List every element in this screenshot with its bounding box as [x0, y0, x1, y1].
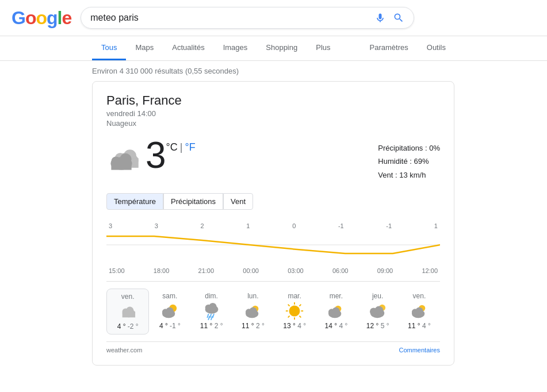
- google-logo[interactable]: Google: [12, 7, 71, 29]
- tab-outils[interactable]: Outils: [418, 36, 455, 60]
- forecast-day-7[interactable]: ven. 11 ° 4 °: [399, 289, 440, 335]
- forecast-hi-6: 12 °: [366, 322, 378, 330]
- temp-label-4: 0: [292, 222, 296, 229]
- temp-label-1: 3: [155, 222, 158, 229]
- temp-label-2: 2: [201, 222, 204, 229]
- humidity-text: Humidité : 69%: [378, 155, 440, 168]
- chart-tab-wind[interactable]: Vent: [223, 193, 253, 210]
- forecast-temps-5: 14 ° 4 °: [325, 322, 348, 330]
- forecast-day-name-4: mar.: [288, 292, 301, 300]
- tab-plus[interactable]: Plus: [307, 36, 339, 60]
- time-labels: 15:00 18:00 21:00 00:00 03:00 06:00 09:0…: [106, 267, 440, 274]
- forecast-icon-1: [159, 302, 180, 320]
- svg-line-37: [288, 316, 290, 318]
- temp-label-0: 3: [109, 222, 112, 229]
- forecast-hi-7: 11 °: [408, 322, 420, 330]
- forecast-day-name-6: jeu.: [372, 292, 383, 300]
- fahrenheit-unit[interactable]: °F: [185, 141, 195, 153]
- forecast-day-0[interactable]: ven. 4 ° -2 °: [106, 289, 149, 335]
- weather-cloud-icon: [106, 141, 141, 170]
- forecast-day-5[interactable]: mer. 14 ° 4 °: [315, 289, 357, 335]
- chart-tabs: Température Précipitations Vent: [106, 193, 440, 210]
- search-bar[interactable]: [81, 7, 414, 29]
- time-label-6: 09:00: [377, 267, 393, 274]
- time-label-0: 15:00: [109, 267, 125, 274]
- chart-tab-temperature[interactable]: Température: [106, 193, 163, 210]
- search-icons: [374, 12, 404, 24]
- tab-actualites[interactable]: Actualités: [163, 36, 213, 60]
- temperature-value: 3: [146, 137, 166, 174]
- svg-line-20: [207, 314, 208, 318]
- temperature-chart: [106, 230, 440, 265]
- forecast-temps-3: 11 ° 2 °: [242, 322, 265, 330]
- svg-point-29: [289, 306, 300, 317]
- weather-time: vendredi 14:00: [106, 109, 440, 118]
- microphone-icon[interactable]: [374, 12, 386, 24]
- forecast-day-name-5: mer.: [330, 292, 343, 300]
- time-label-2: 21:00: [198, 267, 215, 274]
- svg-point-19: [209, 303, 216, 310]
- forecast-day-name-2: dim.: [205, 292, 218, 300]
- tab-shopping[interactable]: Shopping: [257, 36, 307, 60]
- svg-rect-7: [111, 162, 131, 170]
- forecast-icon-2: [201, 302, 222, 320]
- forecast-day-1[interactable]: sam. 4 ° -1 °: [149, 289, 190, 335]
- forecast-day-4[interactable]: mar. 13 ° 4 °: [274, 289, 315, 335]
- forecast-day-name-3: lun.: [247, 292, 258, 300]
- forecast-day-3[interactable]: lun. 11 ° 2 °: [232, 289, 274, 335]
- forecast-lo-5: 4 °: [339, 322, 347, 330]
- forecast-row: ven. 4 ° -2 ° sam. 4 ° -1 ° dim.: [106, 281, 440, 335]
- forecast-icon-4: [284, 302, 305, 320]
- forecast-hi-2: 11 °: [200, 322, 212, 330]
- forecast-hi-3: 11 °: [242, 322, 254, 330]
- forecast-day-2[interactable]: dim. 11 ° 2 °: [191, 289, 232, 335]
- chart-tab-precipitation[interactable]: Précipitations: [163, 193, 223, 210]
- forecast-hi-1: 4 °: [159, 322, 168, 330]
- svg-line-22: [213, 314, 214, 318]
- temperature-units: °C | °F: [166, 141, 196, 153]
- svg-line-34: [288, 305, 290, 306]
- forecast-temps-7: 11 ° 4 °: [408, 322, 431, 330]
- forecast-temps-6: 12 ° 5 °: [366, 322, 389, 330]
- weather-condition: Nuageux: [106, 119, 440, 128]
- weather-location: Paris, France: [106, 93, 440, 108]
- temp-labels: 3 3 2 1 0 -1 -1 1: [106, 222, 440, 229]
- search-icon[interactable]: [393, 12, 404, 24]
- weather-left: 3 °C | °F: [106, 137, 196, 174]
- weather-right: Précipitations : 0% Humidité : 69% Vent …: [378, 141, 440, 182]
- forecast-temps-2: 11 ° 2 °: [200, 322, 223, 330]
- wind-text: Vent : 13 km/h: [378, 168, 440, 182]
- tab-parametres[interactable]: Paramètres: [361, 36, 418, 60]
- tab-images[interactable]: Images: [214, 36, 257, 60]
- unit-separator: |: [180, 141, 183, 153]
- svg-line-23: [208, 317, 209, 320]
- forecast-hi-0: 4 °: [117, 322, 126, 330]
- forecast-lo-7: 4 °: [422, 322, 431, 330]
- chart-area: 3 3 2 1 0 -1 -1 1 15:00 18:00 21:00 00:0…: [106, 217, 440, 274]
- time-label-5: 06:00: [332, 267, 349, 274]
- forecast-lo-6: 5 °: [381, 322, 389, 330]
- svg-line-24: [211, 317, 212, 320]
- svg-point-45: [374, 306, 383, 315]
- forecast-day-name-7: ven.: [413, 292, 426, 300]
- header: Google: [0, 0, 547, 36]
- weather-card: Paris, France vendredi 14:00 Nuageux: [92, 81, 454, 366]
- svg-point-16: [166, 308, 174, 315]
- celsius-unit[interactable]: °C: [166, 141, 178, 153]
- forecast-lo-4: 4 °: [297, 322, 306, 330]
- tab-tous[interactable]: Tous: [92, 36, 126, 60]
- search-input[interactable]: [90, 13, 374, 23]
- svg-line-36: [300, 305, 301, 306]
- nav-right: Paramètres Outils: [361, 36, 455, 60]
- source-label: weather.com: [106, 347, 142, 353]
- feedback-link[interactable]: Commentaires: [399, 347, 440, 353]
- nav-tabs: Tous Maps Actualités Images Shopping Plu…: [0, 36, 547, 61]
- time-label-4: 03:00: [288, 267, 304, 274]
- tab-maps[interactable]: Maps: [126, 36, 163, 60]
- forecast-day-6[interactable]: jeu. 12 ° 5 °: [357, 289, 399, 335]
- svg-point-28: [249, 308, 257, 315]
- svg-rect-12: [123, 312, 135, 317]
- temp-label-6: -1: [386, 222, 392, 229]
- svg-point-41: [332, 308, 340, 315]
- svg-line-21: [210, 314, 211, 318]
